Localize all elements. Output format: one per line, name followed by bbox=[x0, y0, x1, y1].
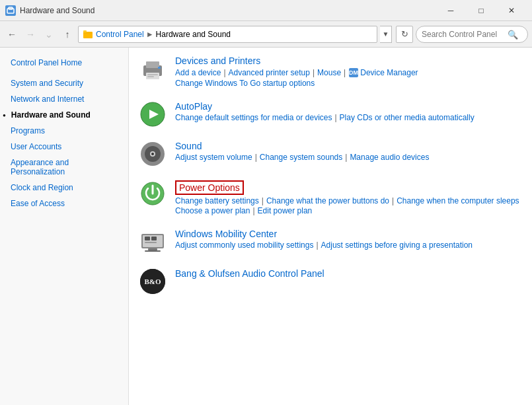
bang-olufsen-content: Bang & Olufsen Audio Control Panel bbox=[175, 268, 324, 280]
sidebar-item-system-security[interactable]: System and Security bbox=[0, 75, 128, 91]
power-options-links2: Choose a power plan | Edit power plan bbox=[175, 206, 519, 215]
sidebar-item-hardware-sound[interactable]: Hardware and Sound bbox=[0, 107, 128, 123]
link-device-manager[interactable]: Device Manager bbox=[360, 68, 418, 77]
bang-olufsen-title[interactable]: Bang & Olufsen Audio Control Panel bbox=[175, 268, 324, 279]
svg-point-18 bbox=[151, 153, 154, 155]
link-adjust-volume[interactable]: Adjust system volume bbox=[175, 153, 252, 162]
window-icon bbox=[5, 5, 16, 16]
section-sound: Sound Adjust system volume | Change syst… bbox=[139, 141, 521, 167]
address-bar: ← → ⌄ ↑ Control Panel ► Hardware and Sou… bbox=[0, 21, 532, 48]
section-devices-printers: Devices and Printers Add a device | Adva… bbox=[139, 55, 521, 88]
window-controls: ─ □ ✕ bbox=[436, 0, 527, 21]
sidebar-item-clock-region[interactable]: Clock and Region bbox=[0, 180, 128, 196]
back-button[interactable]: ← bbox=[4, 26, 20, 42]
link-change-sounds[interactable]: Change system sounds bbox=[260, 153, 342, 162]
minimize-button[interactable]: ─ bbox=[436, 0, 466, 21]
content-area: Devices and Printers Add a device | Adva… bbox=[129, 48, 532, 405]
svg-rect-23 bbox=[151, 237, 157, 240]
autoplay-title[interactable]: AutoPlay bbox=[175, 101, 475, 112]
section-power-options: Power Options Change battery settings | … bbox=[139, 180, 521, 215]
breadcrumb-hardware-sound[interactable]: Hardware and Sound bbox=[156, 30, 231, 39]
svg-rect-7 bbox=[147, 74, 158, 75]
sidebar-item-ease-of-access[interactable]: Ease of Access bbox=[0, 196, 128, 211]
svg-rect-3 bbox=[83, 30, 87, 32]
power-options-links1: Change battery settings | Change what th… bbox=[175, 196, 519, 205]
link-battery-settings[interactable]: Change battery settings bbox=[175, 196, 259, 205]
sound-content: Sound Adjust system volume | Change syst… bbox=[175, 141, 429, 162]
link-windows-to-go[interactable]: Change Windows To Go startup options bbox=[175, 79, 315, 88]
autoplay-content: AutoPlay Change default settings for med… bbox=[175, 101, 475, 122]
sidebar-item-network-internet[interactable]: Network and Internet bbox=[0, 91, 128, 107]
link-manage-audio[interactable]: Manage audio devices bbox=[350, 153, 429, 162]
sound-title[interactable]: Sound bbox=[175, 141, 429, 151]
address-dropdown[interactable]: ▼ bbox=[380, 26, 392, 43]
up-button[interactable]: ↑ bbox=[59, 26, 75, 42]
bang-olufsen-icon: B&O bbox=[139, 268, 166, 295]
link-autoplay-default[interactable]: Change default settings for media or dev… bbox=[175, 113, 332, 122]
link-autoplay-cds[interactable]: Play CDs or other media automatically bbox=[340, 113, 475, 122]
link-computer-sleeps[interactable]: Change when the computer sleeps bbox=[397, 196, 519, 205]
devices-printers-content: Devices and Printers Add a device | Adva… bbox=[175, 55, 418, 88]
close-button[interactable]: ✕ bbox=[496, 0, 527, 21]
link-presentation-settings[interactable]: Adjust settings before giving a presenta… bbox=[321, 240, 473, 250]
section-autoplay: AutoPlay Change default settings for med… bbox=[139, 101, 521, 128]
down-arrow-button[interactable]: ⌄ bbox=[41, 26, 57, 42]
link-power-buttons[interactable]: Change what the power buttons do bbox=[266, 196, 389, 205]
window-title: Hardware and Sound bbox=[20, 6, 436, 15]
folder-icon bbox=[83, 29, 93, 40]
svg-rect-9 bbox=[158, 67, 161, 69]
sidebar-item-appearance[interactable]: Appearance and Personalization bbox=[0, 155, 128, 180]
main-layout: Control Panel Home System and Security N… bbox=[0, 48, 532, 405]
title-bar: Hardware and Sound ─ □ ✕ bbox=[0, 0, 532, 21]
svg-rect-5 bbox=[146, 61, 159, 68]
search-input[interactable] bbox=[422, 30, 508, 39]
devices-printers-title[interactable]: Devices and Printers bbox=[175, 55, 418, 66]
link-add-device[interactable]: Add a device bbox=[175, 68, 221, 77]
address-path: Control Panel ► Hardware and Sound bbox=[78, 26, 377, 43]
link-power-plan[interactable]: Choose a power plan bbox=[175, 206, 250, 215]
sidebar-home[interactable]: Control Panel Home bbox=[0, 53, 128, 70]
breadcrumb-control-panel[interactable]: Control Panel bbox=[96, 30, 144, 39]
device-manager-icon: DM bbox=[348, 67, 359, 78]
mobility-center-content: Windows Mobility Center Adjust commonly … bbox=[175, 229, 473, 250]
link-mouse[interactable]: Mouse bbox=[317, 68, 341, 77]
refresh-button[interactable]: ↻ bbox=[396, 26, 413, 43]
sidebar: Control Panel Home System and Security N… bbox=[0, 48, 129, 405]
maximize-button[interactable]: □ bbox=[466, 0, 496, 21]
svg-rect-26 bbox=[145, 250, 161, 252]
sidebar-item-user-accounts[interactable]: User Accounts bbox=[0, 139, 128, 155]
bo-logo: B&O bbox=[140, 269, 165, 294]
mobility-center-title[interactable]: Windows Mobility Center bbox=[175, 229, 473, 239]
svg-text:DM: DM bbox=[349, 69, 358, 76]
link-edit-power-plan[interactable]: Edit power plan bbox=[258, 206, 313, 215]
section-bang-olufsen: B&O Bang & Olufsen Audio Control Panel bbox=[139, 268, 521, 295]
link-mobility-settings[interactable]: Adjust commonly used mobility settings bbox=[175, 240, 313, 250]
forward-button[interactable]: → bbox=[22, 26, 38, 42]
sound-icon bbox=[139, 141, 166, 167]
autoplay-icon bbox=[139, 101, 166, 128]
svg-rect-25 bbox=[148, 248, 157, 250]
section-mobility-center: Windows Mobility Center Adjust commonly … bbox=[139, 229, 521, 255]
svg-rect-8 bbox=[147, 76, 154, 77]
link-advanced-printer[interactable]: Advanced printer setup bbox=[229, 68, 310, 77]
breadcrumb-sep1: ► bbox=[146, 30, 154, 39]
mobility-center-links: Adjust commonly used mobility settings |… bbox=[175, 240, 473, 250]
svg-rect-22 bbox=[145, 237, 150, 240]
devices-printers-links2: Change Windows To Go startup options bbox=[175, 79, 418, 88]
power-options-content: Power Options Change battery settings | … bbox=[175, 180, 519, 215]
power-options-title[interactable]: Power Options bbox=[175, 180, 244, 195]
search-box: 🔍 bbox=[416, 26, 528, 43]
sidebar-item-programs[interactable]: Programs bbox=[0, 123, 128, 139]
svg-rect-2 bbox=[83, 32, 93, 38]
mobility-center-icon bbox=[139, 229, 166, 255]
svg-text:B&O: B&O bbox=[144, 277, 161, 285]
devices-printers-icon bbox=[139, 55, 166, 82]
power-options-icon bbox=[139, 180, 166, 207]
svg-rect-24 bbox=[145, 242, 157, 243]
autoplay-links: Change default settings for media or dev… bbox=[175, 113, 475, 122]
sound-links: Adjust system volume | Change system sou… bbox=[175, 153, 429, 162]
devices-printers-links: Add a device | Advanced printer setup | … bbox=[175, 67, 418, 78]
search-icon[interactable]: 🔍 bbox=[508, 30, 517, 39]
